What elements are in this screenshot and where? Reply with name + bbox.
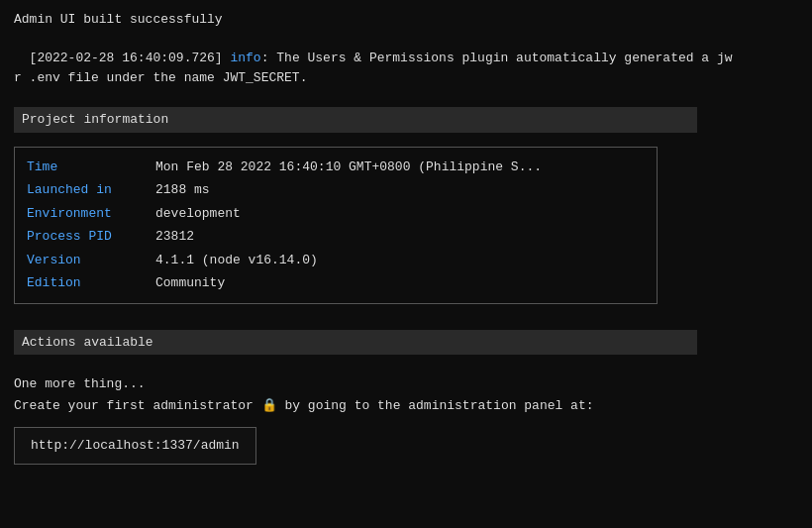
admin-url-box[interactable]: http://localhost:1337/admin [14,427,256,465]
info-value-version: 4.1.1 (node v16.14.0) [155,251,318,270]
actions-header: Actions available [14,330,697,356]
info-key-pid: Process PID [27,227,155,247]
info-key-launched: Launched in [27,180,155,200]
log-line-1: Admin UI built successfully [14,10,798,30]
table-row: Launched in 2188 ms [27,178,645,202]
log-line-2: [2022-02-28 16:40:09.726] info: The User… [14,30,798,88]
log-info-label: info [223,51,261,65]
create-admin-text: Create your first administrator 🔒 by goi… [14,396,798,416]
info-key-env: Environment [27,204,155,224]
info-key-edition: Edition [27,273,155,293]
table-row: Time Mon Feb 28 2022 16:40:10 GMT+0800 (… [27,156,645,179]
info-value-time: Mon Feb 28 2022 16:40:10 GMT+0800 (Phili… [155,158,542,177]
info-value-launched: 2188 ms [155,180,210,200]
info-value-env: development [155,204,241,224]
log-timestamp: [2022-02-28 16:40:09.726] [30,51,223,65]
info-value-edition: Community [155,273,225,293]
table-row: Edition Community [27,271,645,295]
info-value-pid: 23812 [155,227,194,247]
table-row: Environment development [27,202,645,226]
project-info-header: Project information [14,107,697,133]
info-key-version: Version [27,251,155,270]
table-row: Version 4.1.1 (node v16.14.0) [27,249,645,272]
one-more-thing-label: One more thing... [14,374,798,394]
table-row: Process PID 23812 [27,225,645,249]
info-key-time: Time [27,158,155,177]
project-info-table: Time Mon Feb 28 2022 16:40:10 GMT+0800 (… [14,147,658,304]
